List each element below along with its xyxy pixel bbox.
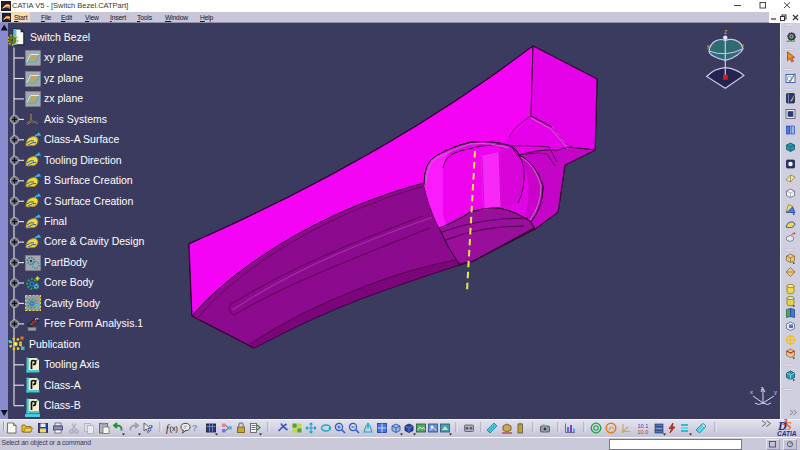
svg-text:10.0: 10.0: [638, 429, 649, 435]
svg-text:CATIA: CATIA: [777, 430, 797, 437]
svg-text:y: y: [741, 42, 745, 50]
svg-text:x: x: [750, 389, 753, 395]
svg-text:z: z: [761, 385, 764, 391]
svg-text:(x): (x): [170, 425, 178, 433]
svg-text:y: y: [774, 389, 777, 395]
svg-text:3: 3: [782, 419, 788, 427]
svg-text:?: ?: [149, 423, 154, 433]
svg-text:z: z: [724, 28, 727, 35]
svg-text:?: ?: [192, 423, 198, 433]
